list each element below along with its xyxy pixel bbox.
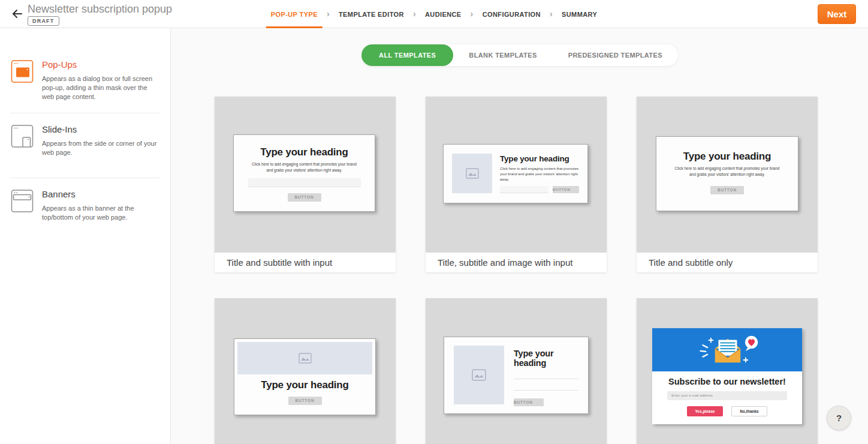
mini-button: BUTTON (288, 397, 322, 405)
step-audience[interactable]: AUDIENCE (424, 0, 463, 28)
mini-popup: Type your heading Click here to add enga… (233, 134, 375, 212)
image-placeholder-icon (472, 369, 486, 381)
page-title: Newsletter subscription popup (28, 3, 172, 16)
divider (10, 113, 159, 113)
mini-input-field (500, 186, 548, 193)
top-bar: Newsletter subscription popup DRAFT POP-… (0, 0, 868, 28)
wizard-steps: POP-UP TYPE › TEMPLATE EDITOR › AUDIENCE… (270, 0, 598, 28)
popup-window-icon (11, 59, 34, 86)
template-filter-tabs: ALL TEMPLATES BLANK TEMPLATES PREDESIGNE… (361, 44, 678, 66)
newsletter-accept-button: Yes,please (687, 406, 723, 416)
mini-popup: Type your heading Click here to add enga… (443, 144, 588, 203)
divider (10, 178, 159, 178)
mini-subtitle: Click here to add engaging content that … (673, 166, 782, 178)
template-preview: Type your heading Click here to add enga… (215, 97, 396, 253)
sidebar-item-description: Appears as a dialog box or full screen p… (42, 74, 159, 101)
template-preview: Type your heading BUTTON (215, 298, 396, 444)
banner-window-icon (11, 189, 34, 215)
chevron-right-icon: › (550, 10, 553, 19)
step-popup-type[interactable]: POP-UP TYPE (270, 0, 319, 28)
sidebar-item-popups[interactable]: Pop-Ups Appears as a dialog box or full … (0, 59, 170, 103)
mini-heading: Type your heading (514, 349, 578, 368)
sidebar-item-label: Pop-Ups (42, 59, 159, 70)
template-preview: Subscribe to our newsletter! Enter your … (637, 298, 818, 444)
step-configuration[interactable]: CONFIGURATION (481, 0, 542, 28)
step-summary[interactable]: SUMMARY (560, 0, 598, 28)
tab-all-templates[interactable]: ALL TEMPLATES (361, 44, 453, 66)
mini-input-field (514, 379, 578, 379)
mini-subtitle: Click here to add engaging content that … (500, 166, 579, 182)
image-placeholder (237, 342, 372, 374)
mini-heading: Type your heading (500, 154, 579, 163)
arrow-left-icon (10, 7, 25, 21)
template-caption: Title and subtitle with input (215, 253, 396, 272)
next-button[interactable]: Next (818, 4, 856, 24)
chevron-right-icon: › (327, 10, 330, 19)
chevron-right-icon: › (471, 10, 474, 19)
template-preview: Type your heading Click here to add enga… (637, 97, 818, 253)
template-card-title-subtitle-image-input[interactable]: Type your heading Click here to add enga… (426, 97, 607, 272)
mini-heading: Type your heading (234, 379, 375, 391)
mini-button: BUTTON (288, 193, 321, 202)
popup-type-sidebar: Pop-Ups Appears as a dialog box or full … (0, 28, 171, 444)
template-card-image-top[interactable]: Type your heading BUTTON (215, 298, 396, 444)
newsletter-email-input: Enter your e-mail address (667, 391, 787, 400)
image-placeholder (452, 154, 492, 193)
sidebar-item-description: Appears as a thin banner at the top/bott… (42, 204, 159, 222)
mini-popup: Subscribe to our newsletter! Enter your … (652, 328, 802, 424)
help-button[interactable]: ? (827, 406, 851, 430)
sidebar-item-slideins[interactable]: Slide-Ins Appears from the side or corne… (0, 124, 170, 167)
step-template-editor[interactable]: TEMPLATE EDITOR (337, 0, 405, 28)
mini-heading: Type your heading (234, 146, 375, 158)
sidebar-item-label: Slide-Ins (42, 124, 159, 134)
mini-heading: Type your heading (656, 151, 798, 163)
mini-button: BUTTON (553, 186, 579, 193)
back-button[interactable] (10, 7, 25, 22)
mini-button: BUTTON (710, 186, 744, 194)
newsletter-heading: Subscribe to our newsletter! (652, 377, 802, 386)
template-card-image-left[interactable]: Type your heading BUTTON (426, 298, 607, 444)
sidebar-item-description: Appears from the side or corner of your … (42, 139, 159, 157)
slidein-window-icon (11, 124, 34, 151)
template-gallery: ALL TEMPLATES BLANK TEMPLATES PREDESIGNE… (171, 28, 868, 444)
template-card-title-subtitle-input[interactable]: Type your heading Click here to add enga… (215, 97, 396, 272)
mini-popup: Type your heading Click here to add enga… (656, 136, 798, 211)
mini-popup: Type your heading BUTTON (234, 338, 376, 415)
status-badge: DRAFT (28, 16, 59, 26)
chevron-right-icon: › (413, 10, 416, 19)
tab-blank-templates[interactable]: BLANK TEMPLATES (453, 44, 552, 66)
mini-button: BUTTON (514, 398, 544, 406)
image-placeholder-icon (299, 353, 312, 364)
image-placeholder (454, 346, 504, 404)
template-preview: Type your heading BUTTON (426, 298, 607, 444)
mini-input-field (514, 390, 578, 391)
tab-predesigned-templates[interactable]: PREDESIGNED TEMPLATES (553, 44, 678, 66)
envelope-illustration (688, 332, 766, 367)
template-card-predesigned-newsletter[interactable]: Subscribe to our newsletter! Enter your … (637, 298, 818, 444)
mini-input-field (248, 178, 361, 187)
image-placeholder-icon (466, 168, 479, 179)
mini-subtitle: Click here to add engaging content that … (250, 161, 359, 173)
mini-popup: Type your heading BUTTON (444, 337, 589, 414)
newsletter-illustration-header (652, 328, 802, 371)
template-preview: Type your heading Click here to add enga… (426, 97, 607, 253)
template-card-title-subtitle-only[interactable]: Type your heading Click here to add enga… (637, 97, 818, 272)
template-caption: Title and subtitle only (637, 253, 818, 272)
sidebar-item-label: Banners (42, 189, 159, 199)
template-caption: Title, subtitle and image with input (426, 253, 607, 272)
newsletter-decline-button: No,thanks (731, 406, 767, 416)
sidebar-item-banners[interactable]: Banners Appears as a thin banner at the … (0, 189, 170, 232)
